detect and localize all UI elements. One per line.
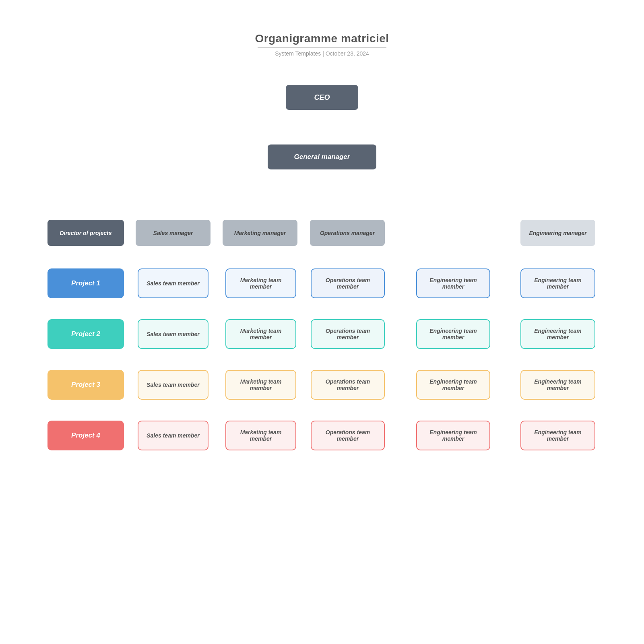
svg-marker-58 — [306, 383, 311, 387]
mkt-member-row4: Marketing team member — [225, 421, 296, 450]
page-subtitle: System Templates | October 23, 2024 — [255, 50, 389, 57]
eng-member-row4-b: Engineering team member — [520, 421, 595, 450]
svg-marker-38 — [306, 281, 311, 285]
svg-marker-44 — [134, 332, 138, 336]
ops-member-row3: Operations team member — [311, 370, 385, 400]
sales-member-row3: Sales team member — [138, 370, 208, 400]
svg-marker-46 — [221, 332, 225, 336]
svg-marker-52 — [516, 332, 520, 336]
title-underline — [258, 47, 386, 48]
eng-member-row2-b: Engineering team member — [520, 319, 595, 349]
project4-node: Project 4 — [47, 421, 124, 450]
director-node: Director of projects — [47, 220, 124, 246]
eng-member-row3-a: Engineering team member — [416, 370, 490, 400]
ops-member-row2: Operations team member — [311, 319, 385, 349]
eng-mgr-node: Engineering manager — [520, 220, 595, 246]
svg-marker-48 — [306, 332, 311, 336]
sales-member-row4: Sales team member — [138, 421, 208, 450]
mkt-member-row2: Marketing team member — [225, 319, 296, 349]
svg-marker-34 — [134, 281, 138, 285]
ops-member-row4: Operations team member — [311, 421, 385, 450]
svg-marker-42 — [516, 281, 520, 285]
svg-marker-50 — [394, 332, 399, 336]
project3-node: Project 3 — [47, 370, 124, 400]
ops-member-row1: Operations team member — [311, 268, 385, 298]
sales-member-row2: Sales team member — [138, 319, 208, 349]
sales-mgr-node: Sales manager — [136, 220, 211, 246]
ceo-node: CEO — [286, 85, 358, 110]
eng-member-row2-a: Engineering team member — [416, 319, 490, 349]
project1-node: Project 1 — [47, 268, 124, 298]
eng-member-row1-a: Engineering team member — [416, 268, 490, 298]
eng-member-row4-a: Engineering team member — [416, 421, 490, 450]
svg-marker-60 — [394, 383, 399, 387]
svg-marker-68 — [306, 433, 311, 438]
svg-marker-40 — [394, 281, 399, 285]
page-title: Organigramme matriciel — [255, 32, 389, 45]
svg-marker-64 — [134, 433, 138, 438]
mkt-member-row3: Marketing team member — [225, 370, 296, 400]
gm-node: General manager — [268, 144, 376, 169]
sales-member-row1: Sales team member — [138, 268, 208, 298]
svg-marker-62 — [516, 383, 520, 387]
svg-marker-70 — [394, 433, 399, 438]
svg-marker-54 — [134, 383, 138, 387]
svg-marker-56 — [221, 383, 225, 387]
mkt-member-row1: Marketing team member — [225, 268, 296, 298]
svg-marker-72 — [516, 433, 520, 438]
page-header: Organigramme matriciel System Templates … — [255, 32, 389, 57]
ops-mgr-node: Operations manager — [310, 220, 385, 246]
svg-marker-36 — [221, 281, 225, 285]
project2-node: Project 2 — [47, 319, 124, 349]
mkt-mgr-node: Marketing manager — [223, 220, 297, 246]
eng-member-row3-b: Engineering team member — [520, 370, 595, 400]
eng-member-row1-b: Engineering team member — [520, 268, 595, 298]
svg-marker-66 — [221, 433, 225, 438]
